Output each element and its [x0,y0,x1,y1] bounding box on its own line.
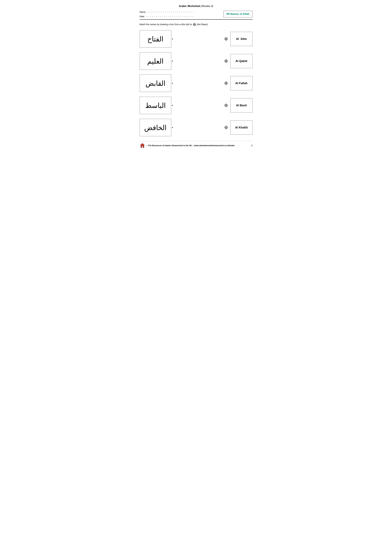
svg-point-29 [226,61,227,62]
english-box-wrapper: Al Basit [224,98,253,112]
header-section: Name: - - - - - - - - - - - - - - - - - … [140,11,253,18]
footer-text: :: The Resources of Islamic Homeschool i… [146,145,235,147]
arabic-box: الخافض• [140,119,171,136]
flower-symbol [224,59,228,63]
flower-symbol [224,125,228,130]
flower-symbol [224,37,228,41]
english-box-wrapper: Al Qabid [224,54,253,68]
flower-symbol [224,103,228,107]
title-badge: 99 Names of Allah [223,11,253,17]
match-row: العليم•Al Qabid [140,52,253,70]
arabic-box: القابض• [140,74,171,92]
dot-bullet: • [172,104,173,107]
svg-rect-61 [142,146,143,148]
name-label: Name: [140,11,146,13]
english-box: Al `Alim [230,32,253,46]
dot-bullet: • [172,37,173,41]
footer: :: The Resources of Islamic Homeschool i… [140,141,253,148]
instructions: Match the names by drawing a line from ●… [140,23,253,26]
english-box-wrapper: Al Fattah [224,76,253,90]
footer-content: :: The Resources of Islamic Homeschool i… [140,143,253,148]
flower-icon-inline [193,23,196,26]
name-date-block: Name: - - - - - - - - - - - - - - - - - … [140,11,194,18]
english-box: Al Qabid [230,54,253,68]
dot-bullet: • [172,82,173,85]
svg-point-59 [226,127,227,128]
date-line: Date: - - - - - - - - - - - - - - - - - … [140,15,194,18]
matching-section: الفتاح•Al `Alimالعليم•Al Qabidالقابض•Al … [140,30,253,136]
match-row: الباسط•Al Basit [140,97,253,114]
english-box-wrapper: Al `Alim [224,32,253,46]
flower-symbol [224,81,228,85]
page-number: 1 [251,144,252,147]
english-box: Al Basit [230,98,253,112]
arabic-box: العليم• [140,52,171,70]
date-label: Date: [140,15,145,18]
match-row: الخافض•Al Khafid [140,119,253,136]
date-dashes: - - - - - - - - - - - - - - - - - - - - … [146,15,193,18]
page-title: Arabic Worksheet (Review 3) [140,5,253,7]
svg-point-19 [226,38,227,40]
arabic-box: الباسط• [140,97,171,114]
footer-logo [140,143,145,148]
english-box: Al Fattah [230,76,253,90]
match-row: القابض•Al Fattah [140,74,253,92]
svg-point-49 [226,105,227,106]
svg-point-39 [226,83,227,84]
match-row: الفتاح•Al `Alim [140,30,253,48]
arabic-box: الفتاح• [140,30,171,48]
name-line: Name: - - - - - - - - - - - - - - - - - … [140,11,194,13]
divider [140,19,253,20]
svg-point-9 [194,24,195,25]
english-box-wrapper: Al Khafid [224,120,253,135]
dot-bullet: • [172,59,173,63]
name-dashes: - - - - - - - - - - - - - - - - - - - - … [147,11,194,13]
dot-bullet: • [172,126,173,129]
english-box: Al Khafid [230,120,253,135]
